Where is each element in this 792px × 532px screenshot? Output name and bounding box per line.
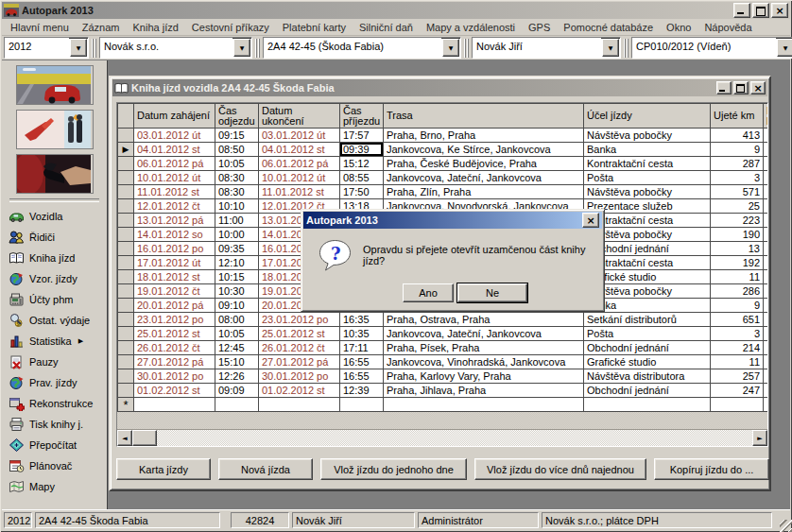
sidebar-item-vzor-jizdy[interactable]: Vzor. jízdy	[2, 268, 107, 289]
row-selector[interactable]	[118, 157, 134, 171]
scrollbar-thumb[interactable]	[132, 430, 157, 446]
vehicle-select[interactable]: 2A4 42-45 (Škoda Fabia)▼	[263, 37, 461, 59]
row-selector[interactable]	[118, 228, 134, 242]
cell[interactable]: 10:00	[215, 228, 259, 242]
cell[interactable]: 18.01.2012 st	[134, 270, 215, 284]
cell[interactable]: Praha, Karlovy Vary, Praha	[384, 369, 584, 384]
cell[interactable]: Kontraktační cesta	[584, 157, 711, 171]
cell[interactable]: 413	[711, 129, 764, 143]
cell[interactable]: Praha, Ostrava, Praha	[384, 313, 584, 327]
scrollbar-track[interactable]	[132, 430, 752, 446]
dialog-close-icon[interactable]: ×	[582, 213, 599, 228]
cell[interactable]: 12:26	[215, 369, 259, 384]
chevron-down-icon[interactable]: ▼	[442, 39, 459, 57]
cell[interactable]: 11:00	[215, 214, 259, 228]
sidebar-item-statistika[interactable]: Statistika▶	[2, 331, 107, 352]
sidebar-item-prav-jizdy[interactable]: Prav. jízdy	[2, 372, 107, 393]
cell[interactable]: 27.01.2012 pá	[259, 355, 340, 369]
column-header-p-b[interactable]: P b	[764, 104, 768, 129]
cell[interactable]	[764, 313, 768, 327]
dialog-no-button[interactable]: Ne	[457, 283, 527, 302]
sidebar-item-ostat-vydaje[interactable]: $Ostat. výdaje	[2, 310, 107, 331]
chevron-down-icon[interactable]: ▼	[777, 39, 792, 57]
horizontal-scrollbar[interactable]: ◄ ►	[117, 429, 767, 446]
chevron-down-icon[interactable]: ▼	[233, 39, 250, 57]
cell[interactable]: Praha, České Budějovice, Praha	[384, 157, 584, 171]
year-select[interactable]: 2012▼	[4, 37, 89, 59]
menu-item-mapy-a-vzdalenosti[interactable]: Mapy a vzdálenosti	[420, 20, 522, 35]
row-selector[interactable]	[118, 369, 134, 384]
cell[interactable]: 17.01.2012 út	[134, 256, 215, 270]
cell[interactable]: 23.01.2012 po	[259, 313, 340, 327]
cell[interactable]: 247	[711, 384, 764, 398]
cell[interactable]: Jankovcova, Jateční, Jankovcova	[384, 327, 584, 341]
cell[interactable]: 08:50	[215, 143, 259, 157]
cell[interactable]: 09:35	[215, 242, 259, 256]
driver-select[interactable]: Novák Jiří▼	[472, 37, 621, 59]
cell[interactable]: 25	[711, 199, 764, 214]
cell[interactable]: 08:30	[215, 185, 259, 199]
row-selector[interactable]	[118, 256, 134, 270]
cell[interactable]: 30.01.2012 po	[134, 369, 215, 384]
cell[interactable]: 12:10	[215, 256, 259, 270]
child-maximize-icon[interactable]	[733, 81, 749, 94]
cell[interactable]: Praha, Zlín, Praha	[384, 185, 584, 199]
chevron-down-icon[interactable]: ▼	[70, 39, 87, 57]
row-selector[interactable]	[118, 214, 134, 228]
cell[interactable]: Návštěva pobočky	[584, 129, 711, 143]
menu-item-gps[interactable]: GPS	[522, 20, 557, 35]
cell[interactable]: Návštěva pobočky	[584, 185, 711, 199]
column-header-blank[interactable]	[118, 104, 134, 129]
row-selector[interactable]: ▶	[118, 143, 134, 157]
child-close-icon[interactable]: ×	[750, 81, 766, 94]
menu-item-cestovni-prikazy[interactable]: Cestovní příkazy	[185, 20, 276, 35]
cell[interactable]: 25.01.2012 st	[134, 327, 215, 341]
cell[interactable]: 287	[711, 157, 764, 171]
cell[interactable]	[764, 129, 768, 143]
cell[interactable]	[764, 341, 768, 355]
cell[interactable]	[764, 143, 768, 157]
cell[interactable]	[711, 398, 764, 412]
cell[interactable]	[764, 270, 768, 284]
cell[interactable]: 10:30	[215, 284, 259, 299]
menu-item-kniha-jizd[interactable]: Kniha jízd	[127, 20, 185, 35]
cell[interactable]: 192	[711, 256, 764, 270]
cell[interactable]	[764, 355, 768, 369]
cell[interactable]	[584, 398, 711, 412]
cell[interactable]	[764, 214, 768, 228]
menu-item-pomocne-databaze[interactable]: Pomocné databáze	[557, 20, 660, 35]
row-selector[interactable]	[118, 129, 134, 143]
scroll-right-icon[interactable]: ►	[752, 430, 767, 446]
cell[interactable]: 9	[711, 143, 764, 157]
cell[interactable]: 12:39	[340, 384, 384, 398]
button-vloz-jizdu-do-jednoho-dne[interactable]: Vlož jízdu do jednoho dne	[320, 458, 467, 480]
sidebar-item-mapy[interactable]: Mapy	[2, 476, 107, 497]
cell[interactable]	[340, 398, 384, 412]
cell[interactable]: 19.01.2012 čt	[134, 284, 215, 299]
row-selector[interactable]: *	[118, 398, 134, 412]
sidebar-item-prepocitat[interactable]: Přepočítat	[2, 435, 107, 455]
cell[interactable]: 04.01.2012 st	[134, 143, 215, 157]
cell[interactable]	[764, 157, 768, 171]
cell[interactable]: 13.01.2012 pá	[134, 214, 215, 228]
cell[interactable]: 223	[711, 214, 764, 228]
cell[interactable]: 3	[711, 327, 764, 341]
cell[interactable]: 286	[711, 284, 764, 299]
row-selector[interactable]	[118, 199, 134, 214]
cell[interactable]: 14.01.2012 so	[134, 228, 215, 242]
cell[interactable]: 09:39	[340, 143, 384, 157]
cell[interactable]	[764, 398, 768, 412]
cell[interactable]: Pošta	[584, 171, 711, 185]
cell[interactable]: Obchodní jednání	[584, 384, 711, 398]
row-selector[interactable]	[118, 355, 134, 369]
menu-item-zaznam[interactable]: Záznam	[76, 20, 127, 35]
sidebar-item-kniha-jizd[interactable]: Kniha jízd	[2, 248, 107, 268]
cell[interactable]: 12.01.2012 čt	[134, 199, 215, 214]
cell[interactable]: 01.02.2012 st	[259, 384, 340, 398]
child-minimize-icon[interactable]	[716, 81, 732, 94]
cell[interactable]: 08:00	[215, 313, 259, 327]
sidebar-item-pauzy[interactable]: Pauzy	[2, 352, 107, 372]
row-selector[interactable]	[118, 270, 134, 284]
cell[interactable]: 08:30	[215, 171, 259, 185]
row-selector[interactable]	[118, 341, 134, 355]
